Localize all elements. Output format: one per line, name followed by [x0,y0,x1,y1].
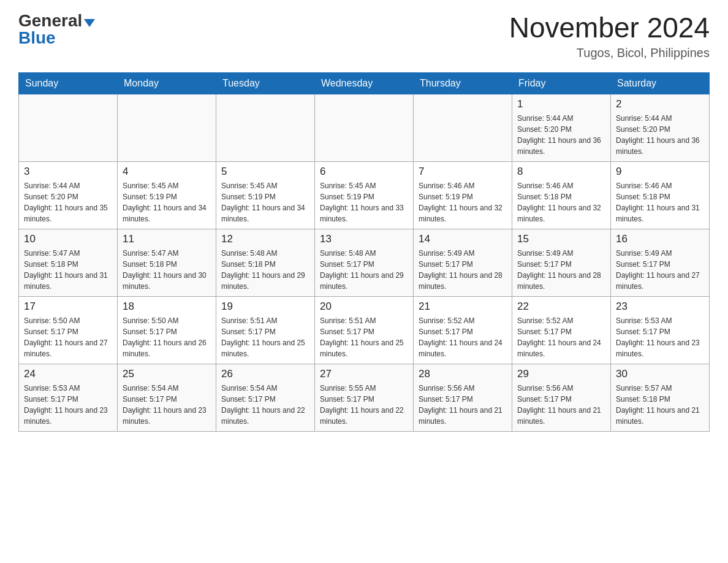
day-info: Sunrise: 5:57 AMSunset: 5:18 PMDaylight:… [616,383,704,427]
day-number: 29 [517,368,605,380]
day-header-friday: Friday [512,72,611,94]
calendar-cell: 21Sunrise: 5:52 AMSunset: 5:17 PMDayligh… [414,296,512,364]
day-info: Sunrise: 5:47 AMSunset: 5:18 PMDaylight:… [24,248,112,292]
day-number: 6 [320,166,408,178]
calendar-cell: 7Sunrise: 5:46 AMSunset: 5:19 PMDaylight… [414,161,512,229]
week-row-4: 17Sunrise: 5:50 AMSunset: 5:17 PMDayligh… [19,296,710,364]
day-info: Sunrise: 5:54 AMSunset: 5:17 PMDaylight:… [123,383,211,427]
calendar-cell: 24Sunrise: 5:53 AMSunset: 5:17 PMDayligh… [19,364,118,431]
day-number: 19 [221,301,309,313]
day-info: Sunrise: 5:50 AMSunset: 5:17 PMDaylight:… [24,315,112,359]
day-number: 14 [419,233,507,245]
days-header-row: SundayMondayTuesdayWednesdayThursdayFrid… [19,72,710,94]
calendar-cell: 14Sunrise: 5:49 AMSunset: 5:17 PMDayligh… [414,229,512,296]
calendar-cell: 18Sunrise: 5:50 AMSunset: 5:17 PMDayligh… [118,296,216,364]
day-info: Sunrise: 5:44 AMSunset: 5:20 PMDaylight:… [517,113,605,157]
calendar-cell: 2Sunrise: 5:44 AMSunset: 5:20 PMDaylight… [611,94,710,161]
day-info: Sunrise: 5:44 AMSunset: 5:20 PMDaylight:… [616,113,704,157]
calendar-cell: 26Sunrise: 5:54 AMSunset: 5:17 PMDayligh… [216,364,315,431]
day-header-thursday: Thursday [414,72,512,94]
calendar-cell: 8Sunrise: 5:46 AMSunset: 5:18 PMDaylight… [512,161,611,229]
day-number: 13 [320,233,408,245]
calendar-cell: 25Sunrise: 5:54 AMSunset: 5:17 PMDayligh… [118,364,216,431]
day-number: 1 [517,98,605,110]
day-header-saturday: Saturday [611,72,710,94]
day-number: 3 [24,166,112,178]
day-info: Sunrise: 5:45 AMSunset: 5:19 PMDaylight:… [123,180,211,224]
week-row-3: 10Sunrise: 5:47 AMSunset: 5:18 PMDayligh… [19,229,710,296]
page-header: General Blue November 2024 Tugos, Bicol,… [18,12,710,60]
week-row-5: 24Sunrise: 5:53 AMSunset: 5:17 PMDayligh… [19,364,710,431]
calendar-cell: 4Sunrise: 5:45 AMSunset: 5:19 PMDaylight… [118,161,216,229]
day-info: Sunrise: 5:56 AMSunset: 5:17 PMDaylight:… [517,383,605,427]
calendar-cell: 29Sunrise: 5:56 AMSunset: 5:17 PMDayligh… [512,364,611,431]
day-info: Sunrise: 5:47 AMSunset: 5:18 PMDaylight:… [123,248,211,292]
day-number: 16 [616,233,704,245]
logo-blue-text: Blue [18,29,56,47]
day-number: 17 [24,301,112,313]
calendar-cell: 5Sunrise: 5:45 AMSunset: 5:19 PMDaylight… [216,161,315,229]
calendar-cell: 15Sunrise: 5:49 AMSunset: 5:17 PMDayligh… [512,229,611,296]
day-info: Sunrise: 5:46 AMSunset: 5:18 PMDaylight:… [517,180,605,224]
calendar-cell: 12Sunrise: 5:48 AMSunset: 5:18 PMDayligh… [216,229,315,296]
day-info: Sunrise: 5:49 AMSunset: 5:17 PMDaylight:… [419,248,507,292]
day-number: 12 [221,233,309,245]
day-number: 20 [320,301,408,313]
day-info: Sunrise: 5:51 AMSunset: 5:17 PMDaylight:… [221,315,309,359]
day-number: 21 [419,301,507,313]
day-number: 27 [320,368,408,380]
day-number: 30 [616,368,704,380]
calendar-cell: 30Sunrise: 5:57 AMSunset: 5:18 PMDayligh… [611,364,710,431]
calendar-cell: 17Sunrise: 5:50 AMSunset: 5:17 PMDayligh… [19,296,118,364]
day-info: Sunrise: 5:56 AMSunset: 5:17 PMDaylight:… [419,383,507,427]
day-info: Sunrise: 5:45 AMSunset: 5:19 PMDaylight:… [320,180,408,224]
day-number: 5 [221,166,309,178]
day-info: Sunrise: 5:52 AMSunset: 5:17 PMDaylight:… [419,315,507,359]
day-info: Sunrise: 5:46 AMSunset: 5:19 PMDaylight:… [419,180,507,224]
calendar-cell [414,94,512,161]
day-number: 18 [123,301,211,313]
logo-triangle-icon [84,19,95,27]
calendar-cell: 22Sunrise: 5:52 AMSunset: 5:17 PMDayligh… [512,296,611,364]
day-info: Sunrise: 5:48 AMSunset: 5:17 PMDaylight:… [320,248,408,292]
calendar-cell: 13Sunrise: 5:48 AMSunset: 5:17 PMDayligh… [315,229,414,296]
day-number: 23 [616,301,704,313]
day-number: 10 [24,233,112,245]
logo-general-text: General [18,12,82,29]
day-number: 4 [123,166,211,178]
day-number: 15 [517,233,605,245]
calendar-cell: 16Sunrise: 5:49 AMSunset: 5:17 PMDayligh… [611,229,710,296]
calendar-cell: 23Sunrise: 5:53 AMSunset: 5:17 PMDayligh… [611,296,710,364]
week-row-2: 3Sunrise: 5:44 AMSunset: 5:20 PMDaylight… [19,161,710,229]
day-header-wednesday: Wednesday [315,72,414,94]
day-info: Sunrise: 5:49 AMSunset: 5:17 PMDaylight:… [616,248,704,292]
day-number: 8 [517,166,605,178]
calendar-cell: 6Sunrise: 5:45 AMSunset: 5:19 PMDaylight… [315,161,414,229]
title-block: November 2024 Tugos, Bicol, Philippines [509,12,710,60]
day-number: 22 [517,301,605,313]
day-header-tuesday: Tuesday [216,72,315,94]
calendar-cell [19,94,118,161]
calendar-cell: 20Sunrise: 5:51 AMSunset: 5:17 PMDayligh… [315,296,414,364]
calendar-cell: 10Sunrise: 5:47 AMSunset: 5:18 PMDayligh… [19,229,118,296]
calendar-table: SundayMondayTuesdayWednesdayThursdayFrid… [18,72,710,432]
day-number: 2 [616,98,704,110]
day-info: Sunrise: 5:46 AMSunset: 5:18 PMDaylight:… [616,180,704,224]
day-info: Sunrise: 5:53 AMSunset: 5:17 PMDaylight:… [24,383,112,427]
day-number: 26 [221,368,309,380]
day-number: 9 [616,166,704,178]
day-info: Sunrise: 5:52 AMSunset: 5:17 PMDaylight:… [517,315,605,359]
calendar-cell: 27Sunrise: 5:55 AMSunset: 5:17 PMDayligh… [315,364,414,431]
day-info: Sunrise: 5:53 AMSunset: 5:17 PMDaylight:… [616,315,704,359]
calendar-cell: 19Sunrise: 5:51 AMSunset: 5:17 PMDayligh… [216,296,315,364]
calendar-cell [315,94,414,161]
day-info: Sunrise: 5:50 AMSunset: 5:17 PMDaylight:… [123,315,211,359]
day-number: 28 [419,368,507,380]
day-info: Sunrise: 5:51 AMSunset: 5:17 PMDaylight:… [320,315,408,359]
day-number: 11 [123,233,211,245]
calendar-cell: 11Sunrise: 5:47 AMSunset: 5:18 PMDayligh… [118,229,216,296]
day-number: 25 [123,368,211,380]
calendar-cell [118,94,216,161]
calendar-subtitle: Tugos, Bicol, Philippines [509,46,710,60]
calendar-cell: 9Sunrise: 5:46 AMSunset: 5:18 PMDaylight… [611,161,710,229]
